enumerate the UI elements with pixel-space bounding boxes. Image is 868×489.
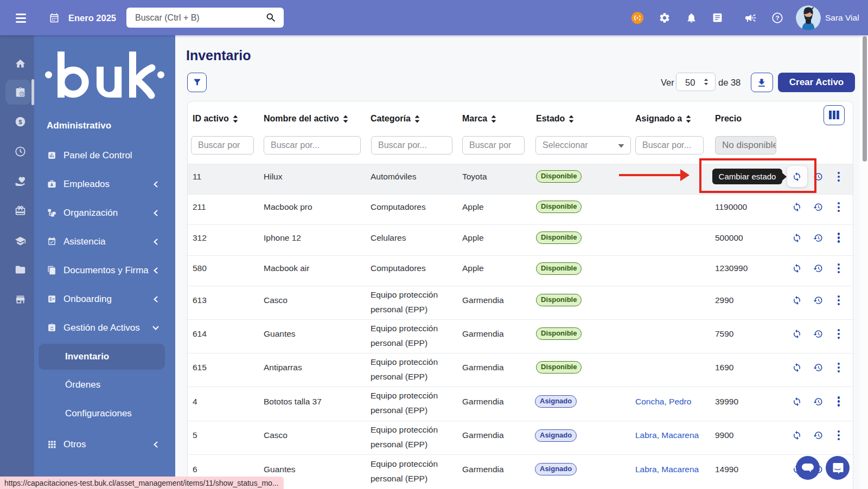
svg-text:$: $ bbox=[18, 119, 22, 125]
svg-text:?: ? bbox=[776, 15, 780, 21]
